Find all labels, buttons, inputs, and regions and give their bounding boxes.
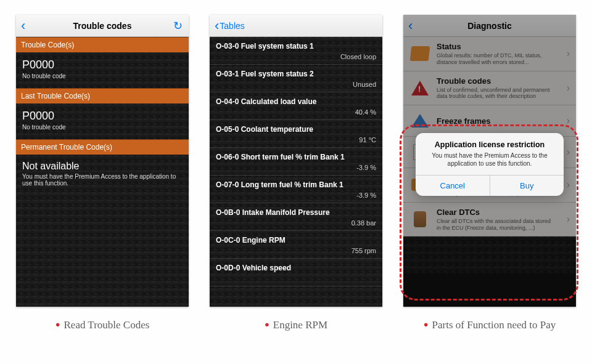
alert-title: Application license restriction — [416, 133, 564, 152]
code-value: P0000 — [22, 59, 183, 71]
pid-value: Closed loop — [216, 53, 376, 62]
alert-message: You must have the Premium Access to the … — [416, 152, 564, 175]
chevron-left-icon: ‹ — [215, 19, 219, 33]
pid-row[interactable]: O-07-0 Long term fuel % trim Bank 1-3.9 … — [210, 176, 382, 203]
bullet-icon: ● — [424, 320, 429, 329]
caption-2: ●Engine RPM — [210, 319, 382, 331]
section-header: Last Trouble Code(s) — [16, 88, 189, 103]
pid-label: O-05-0 Coolant temperature — [216, 125, 376, 134]
code-entry: P0000 No trouble code — [16, 52, 189, 88]
pid-label: O-0C-0 Engine RPM — [216, 236, 376, 245]
pid-value: 40.4 % — [216, 108, 376, 117]
phone-tables: ‹Tables O-03-0 Fuel system status 1Close… — [210, 15, 382, 307]
bullet-icon: ● — [56, 320, 60, 329]
chevron-left-icon: ‹ — [21, 19, 25, 33]
code-entry: Not available You must have the Premium … — [16, 155, 189, 195]
pid-row[interactable]: O-0D-0 Vehicle speed — [210, 259, 382, 286]
navbar: ‹Tables — [210, 15, 382, 37]
alert-buy-button[interactable]: Buy — [490, 176, 564, 196]
pid-label: O-0B-0 Intake Manifold Pressure — [216, 208, 376, 217]
section-header: Permanent Trouble Code(s) — [16, 139, 189, 155]
phone-trouble-codes: ‹ Trouble codes ↻ Trouble Code(s) P0000 … — [16, 15, 189, 307]
pid-row[interactable]: O-03-0 Fuel system status 1Closed loop — [210, 37, 382, 65]
pid-value — [216, 275, 376, 283]
pid-value: 755 rpm — [216, 247, 376, 256]
refresh-button[interactable]: ↻ — [173, 19, 183, 33]
pid-label: O-0D-0 Vehicle speed — [216, 264, 376, 272]
bullet-icon: ● — [265, 320, 269, 329]
pid-row[interactable]: O-05-0 Coolant temperature91 °C — [210, 120, 382, 148]
code-entry: P0000 No trouble code — [16, 103, 189, 139]
code-desc: No trouble code — [22, 124, 183, 131]
pid-row[interactable]: O-04-0 Calculated load value40.4 % — [210, 92, 382, 120]
pid-label: O-03-0 Fuel system status 1 — [216, 42, 376, 51]
code-desc: You must have the Premium Access to the … — [22, 173, 183, 187]
pid-value: -3.9 % — [216, 192, 376, 200]
pid-value: -3.9 % — [216, 164, 376, 172]
caption-3: ●Parts of Function need to Pay — [403, 319, 576, 331]
pid-value: Unused — [216, 81, 376, 89]
pid-label: O-07-0 Long term fuel % trim Bank 1 — [216, 180, 376, 189]
phone-diagnostic: ‹ Diagnostic StatusGlobal results: numbe… — [403, 15, 576, 307]
back-button[interactable]: ‹Tables — [215, 19, 245, 33]
alert-cancel-button[interactable]: Cancel — [416, 176, 490, 196]
pid-row[interactable]: O-0B-0 Intake Manifold Pressure0.38 bar — [210, 203, 382, 231]
pid-value: 0.38 bar — [216, 219, 376, 228]
section-header: Trouble Code(s) — [16, 37, 189, 52]
pid-row[interactable]: O-03-1 Fuel system status 2Unused — [210, 65, 382, 92]
pid-row[interactable]: O-06-0 Short term fuel % trim Bank 1-3.9… — [210, 148, 382, 176]
back-label: Tables — [220, 21, 244, 31]
pid-label: O-06-0 Short term fuel % trim Bank 1 — [216, 153, 376, 161]
pid-label: O-03-1 Fuel system status 2 — [216, 70, 376, 78]
pid-label: O-04-0 Calculated load value — [216, 97, 376, 106]
back-button[interactable]: ‹ — [21, 19, 26, 33]
navbar: ‹ Trouble codes ↻ — [16, 15, 189, 37]
pid-value: 91 °C — [216, 136, 376, 145]
license-alert: Application license restriction You must… — [416, 133, 564, 196]
pid-row[interactable]: O-0C-0 Engine RPM755 rpm — [210, 231, 382, 259]
code-value: P0000 — [22, 110, 183, 123]
code-value: Not available — [22, 161, 183, 172]
caption-1: ●Read Trouble Codes — [16, 319, 189, 331]
navbar-title: Trouble codes — [73, 21, 132, 31]
code-desc: No trouble code — [22, 73, 183, 79]
